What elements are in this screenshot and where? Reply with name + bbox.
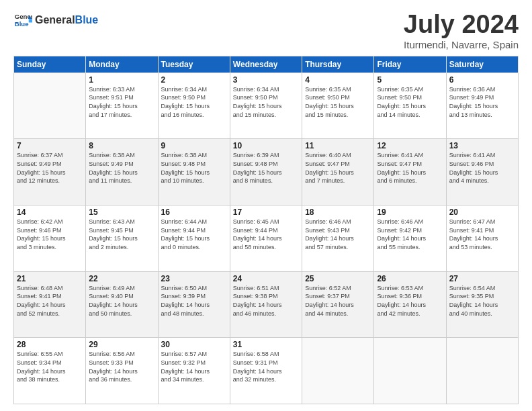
table-row: 10Sunrise: 6:39 AM Sunset: 9:48 PM Dayli… <box>230 139 302 205</box>
location-subtitle: Iturmendi, Navarre, Spain <box>404 39 519 50</box>
col-thursday: Thursday <box>302 56 374 73</box>
day-number: 7 <box>17 141 83 150</box>
svg-text:Blue: Blue <box>15 20 29 28</box>
day-info: Sunrise: 6:50 AM Sunset: 9:39 PM Dayligh… <box>161 284 227 318</box>
table-row: 13Sunrise: 6:41 AM Sunset: 9:46 PM Dayli… <box>446 139 518 205</box>
calendar-page: General Blue General Blue July 2024 Itur… <box>0 0 532 411</box>
table-row: 25Sunrise: 6:52 AM Sunset: 9:37 PM Dayli… <box>302 271 374 338</box>
table-row: 19Sunrise: 6:46 AM Sunset: 9:42 PM Dayli… <box>374 205 446 272</box>
title-block: July 2024 Iturmendi, Navarre, Spain <box>404 11 519 50</box>
table-row: 31Sunrise: 6:58 AM Sunset: 9:31 PM Dayli… <box>230 338 302 404</box>
day-number: 4 <box>305 75 371 85</box>
table-row: 9Sunrise: 6:38 AM Sunset: 9:48 PM Daylig… <box>158 139 230 205</box>
day-number: 23 <box>161 274 227 283</box>
day-number: 16 <box>161 208 227 217</box>
day-number: 18 <box>305 208 371 217</box>
day-number: 17 <box>233 208 299 217</box>
logo-blue: Blue <box>75 14 99 26</box>
day-info: Sunrise: 6:53 AM Sunset: 9:36 PM Dayligh… <box>377 284 443 318</box>
day-info: Sunrise: 6:47 AM Sunset: 9:41 PM Dayligh… <box>449 218 515 251</box>
day-info: Sunrise: 6:52 AM Sunset: 9:37 PM Dayligh… <box>305 284 371 318</box>
table-row: 21Sunrise: 6:48 AM Sunset: 9:41 PM Dayli… <box>14 271 86 338</box>
day-info: Sunrise: 6:49 AM Sunset: 9:40 PM Dayligh… <box>89 284 154 318</box>
day-number: 28 <box>17 340 83 349</box>
day-info: Sunrise: 6:38 AM Sunset: 9:48 PM Dayligh… <box>161 151 227 185</box>
table-row: 29Sunrise: 6:56 AM Sunset: 9:33 PM Dayli… <box>86 338 158 404</box>
day-info: Sunrise: 6:41 AM Sunset: 9:47 PM Dayligh… <box>377 151 443 185</box>
day-number: 6 <box>449 75 515 85</box>
day-number: 12 <box>377 141 443 150</box>
table-row: 3Sunrise: 6:34 AM Sunset: 9:50 PM Daylig… <box>230 73 302 139</box>
table-row: 28Sunrise: 6:55 AM Sunset: 9:34 PM Dayli… <box>14 338 86 404</box>
day-number: 3 <box>233 75 299 85</box>
logo-text: General Blue <box>35 14 98 26</box>
day-info: Sunrise: 6:54 AM Sunset: 9:35 PM Dayligh… <box>449 284 515 318</box>
svg-marker-3 <box>29 19 32 22</box>
calendar-table: Sunday Monday Tuesday Wednesday Thursday… <box>13 56 519 404</box>
day-info: Sunrise: 6:38 AM Sunset: 9:49 PM Dayligh… <box>89 151 154 185</box>
table-row: 7Sunrise: 6:37 AM Sunset: 9:49 PM Daylig… <box>14 139 86 205</box>
header: General Blue General Blue July 2024 Itur… <box>13 11 519 50</box>
logo: General Blue General Blue <box>13 11 98 30</box>
table-row: 2Sunrise: 6:34 AM Sunset: 9:50 PM Daylig… <box>158 73 230 139</box>
col-friday: Friday <box>374 56 446 73</box>
day-number: 21 <box>17 274 83 283</box>
day-number: 1 <box>89 75 154 85</box>
table-row: 23Sunrise: 6:50 AM Sunset: 9:39 PM Dayli… <box>158 271 230 338</box>
day-number: 13 <box>449 141 515 150</box>
day-number: 27 <box>449 274 515 283</box>
table-row: 1Sunrise: 6:33 AM Sunset: 9:51 PM Daylig… <box>86 73 158 139</box>
month-title: July 2024 <box>404 11 519 39</box>
day-info: Sunrise: 6:44 AM Sunset: 9:44 PM Dayligh… <box>161 218 227 251</box>
day-number: 5 <box>377 75 443 85</box>
day-info: Sunrise: 6:34 AM Sunset: 9:50 PM Dayligh… <box>233 85 299 119</box>
day-info: Sunrise: 6:55 AM Sunset: 9:34 PM Dayligh… <box>17 350 83 383</box>
table-row <box>302 338 374 404</box>
table-row: 8Sunrise: 6:38 AM Sunset: 9:49 PM Daylig… <box>86 139 158 205</box>
table-row: 4Sunrise: 6:35 AM Sunset: 9:50 PM Daylig… <box>302 73 374 139</box>
col-wednesday: Wednesday <box>230 56 302 73</box>
day-info: Sunrise: 6:51 AM Sunset: 9:38 PM Dayligh… <box>233 284 299 318</box>
table-row: 15Sunrise: 6:43 AM Sunset: 9:45 PM Dayli… <box>86 205 158 272</box>
calendar-header-row: Sunday Monday Tuesday Wednesday Thursday… <box>14 56 519 73</box>
table-row <box>14 73 86 139</box>
col-tuesday: Tuesday <box>158 56 230 73</box>
day-info: Sunrise: 6:58 AM Sunset: 9:31 PM Dayligh… <box>233 350 299 383</box>
table-row: 27Sunrise: 6:54 AM Sunset: 9:35 PM Dayli… <box>446 271 518 338</box>
day-info: Sunrise: 6:43 AM Sunset: 9:45 PM Dayligh… <box>89 218 154 251</box>
table-row: 26Sunrise: 6:53 AM Sunset: 9:36 PM Dayli… <box>374 271 446 338</box>
day-number: 14 <box>17 208 83 217</box>
calendar-week-row: 7Sunrise: 6:37 AM Sunset: 9:49 PM Daylig… <box>14 139 519 205</box>
day-number: 20 <box>449 208 515 217</box>
table-row: 17Sunrise: 6:45 AM Sunset: 9:44 PM Dayli… <box>230 205 302 272</box>
table-row: 20Sunrise: 6:47 AM Sunset: 9:41 PM Dayli… <box>446 205 518 272</box>
day-number: 8 <box>89 141 154 150</box>
day-info: Sunrise: 6:46 AM Sunset: 9:43 PM Dayligh… <box>305 218 371 251</box>
day-info: Sunrise: 6:48 AM Sunset: 9:41 PM Dayligh… <box>17 284 83 318</box>
table-row: 16Sunrise: 6:44 AM Sunset: 9:44 PM Dayli… <box>158 205 230 272</box>
day-number: 31 <box>233 340 299 349</box>
day-number: 30 <box>161 340 227 349</box>
table-row: 12Sunrise: 6:41 AM Sunset: 9:47 PM Dayli… <box>374 139 446 205</box>
calendar-week-row: 21Sunrise: 6:48 AM Sunset: 9:41 PM Dayli… <box>14 271 519 338</box>
day-info: Sunrise: 6:37 AM Sunset: 9:49 PM Dayligh… <box>17 151 83 185</box>
day-info: Sunrise: 6:35 AM Sunset: 9:50 PM Dayligh… <box>377 85 443 119</box>
day-number: 2 <box>161 75 227 85</box>
day-info: Sunrise: 6:42 AM Sunset: 9:46 PM Dayligh… <box>17 218 83 251</box>
day-info: Sunrise: 6:34 AM Sunset: 9:50 PM Dayligh… <box>161 85 227 119</box>
day-number: 15 <box>89 208 154 217</box>
calendar-week-row: 28Sunrise: 6:55 AM Sunset: 9:34 PM Dayli… <box>14 338 519 404</box>
day-number: 29 <box>89 340 154 349</box>
table-row: 11Sunrise: 6:40 AM Sunset: 9:47 PM Dayli… <box>302 139 374 205</box>
col-monday: Monday <box>86 56 158 73</box>
col-sunday: Sunday <box>14 56 86 73</box>
table-row: 30Sunrise: 6:57 AM Sunset: 9:32 PM Dayli… <box>158 338 230 404</box>
day-number: 9 <box>161 141 227 150</box>
day-number: 26 <box>377 274 443 283</box>
day-info: Sunrise: 6:57 AM Sunset: 9:32 PM Dayligh… <box>161 350 227 383</box>
day-info: Sunrise: 6:40 AM Sunset: 9:47 PM Dayligh… <box>305 151 371 185</box>
calendar-week-row: 1Sunrise: 6:33 AM Sunset: 9:51 PM Daylig… <box>14 73 519 139</box>
day-info: Sunrise: 6:33 AM Sunset: 9:51 PM Dayligh… <box>89 85 154 119</box>
day-info: Sunrise: 6:39 AM Sunset: 9:48 PM Dayligh… <box>233 151 299 185</box>
table-row: 6Sunrise: 6:36 AM Sunset: 9:49 PM Daylig… <box>446 73 518 139</box>
